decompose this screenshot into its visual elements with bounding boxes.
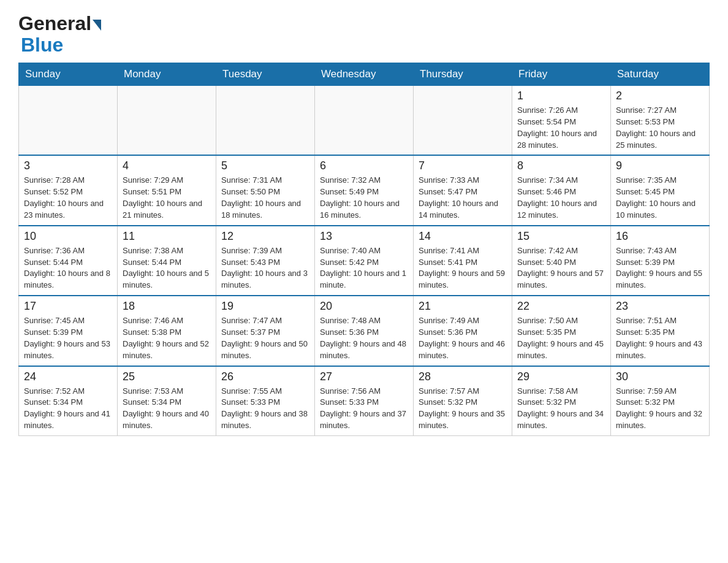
day-number: 28 — [419, 370, 507, 383]
day-number: 25 — [123, 370, 211, 383]
day-info: Sunrise: 7:58 AMSunset: 5:32 PMDaylight:… — [517, 386, 605, 432]
day-info: Sunrise: 7:38 AMSunset: 5:44 PMDaylight:… — [123, 245, 211, 291]
day-number: 9 — [616, 159, 704, 172]
day-info: Sunrise: 7:56 AMSunset: 5:33 PMDaylight:… — [320, 386, 408, 432]
weekday-header-thursday: Thursday — [414, 63, 512, 86]
calendar-cell: 23Sunrise: 7:51 AMSunset: 5:35 PMDayligh… — [611, 296, 710, 366]
calendar-cell: 30Sunrise: 7:59 AMSunset: 5:32 PMDayligh… — [611, 366, 710, 436]
calendar-cell: 29Sunrise: 7:58 AMSunset: 5:32 PMDayligh… — [512, 366, 611, 436]
day-number: 18 — [123, 300, 211, 313]
calendar-row-2: 3Sunrise: 7:28 AMSunset: 5:52 PMDaylight… — [19, 155, 710, 225]
calendar-cell: 9Sunrise: 7:35 AMSunset: 5:45 PMDaylight… — [611, 155, 710, 225]
weekday-header-saturday: Saturday — [611, 63, 710, 86]
day-number: 27 — [320, 370, 408, 383]
day-info: Sunrise: 7:41 AMSunset: 5:41 PMDaylight:… — [419, 245, 507, 291]
day-number: 7 — [419, 159, 507, 172]
day-info: Sunrise: 7:31 AMSunset: 5:50 PMDaylight:… — [221, 175, 309, 221]
day-info: Sunrise: 7:57 AMSunset: 5:32 PMDaylight:… — [419, 386, 507, 432]
day-number: 16 — [616, 230, 704, 243]
weekday-header-row: SundayMondayTuesdayWednesdayThursdayFrid… — [19, 63, 710, 86]
calendar-cell: 28Sunrise: 7:57 AMSunset: 5:32 PMDayligh… — [414, 366, 512, 436]
calendar-cell: 17Sunrise: 7:45 AMSunset: 5:39 PMDayligh… — [19, 296, 118, 366]
day-info: Sunrise: 7:45 AMSunset: 5:39 PMDaylight:… — [24, 315, 112, 361]
calendar-table: SundayMondayTuesdayWednesdayThursdayFrid… — [18, 63, 710, 436]
weekday-header-monday: Monday — [118, 63, 216, 86]
calendar-cell: 4Sunrise: 7:29 AMSunset: 5:51 PMDaylight… — [118, 155, 216, 225]
day-number: 6 — [320, 159, 408, 172]
calendar-cell: 2Sunrise: 7:27 AMSunset: 5:53 PMDaylight… — [611, 86, 710, 156]
day-info: Sunrise: 7:47 AMSunset: 5:37 PMDaylight:… — [221, 315, 309, 361]
day-number: 8 — [517, 159, 605, 172]
calendar-cell: 7Sunrise: 7:33 AMSunset: 5:47 PMDaylight… — [414, 155, 512, 225]
calendar-row-1: 1Sunrise: 7:26 AMSunset: 5:54 PMDaylight… — [19, 86, 710, 156]
day-number: 17 — [24, 300, 112, 313]
day-info: Sunrise: 7:42 AMSunset: 5:40 PMDaylight:… — [517, 245, 605, 291]
calendar-cell: 15Sunrise: 7:42 AMSunset: 5:40 PMDayligh… — [512, 226, 611, 296]
day-number: 20 — [320, 300, 408, 313]
day-info: Sunrise: 7:59 AMSunset: 5:32 PMDaylight:… — [616, 386, 704, 432]
calendar-cell: 26Sunrise: 7:55 AMSunset: 5:33 PMDayligh… — [216, 366, 315, 436]
calendar-cell: 19Sunrise: 7:47 AMSunset: 5:37 PMDayligh… — [216, 296, 315, 366]
calendar-cell: 20Sunrise: 7:48 AMSunset: 5:36 PMDayligh… — [315, 296, 414, 366]
calendar-cell: 10Sunrise: 7:36 AMSunset: 5:44 PMDayligh… — [19, 226, 118, 296]
calendar-cell — [315, 86, 414, 156]
day-info: Sunrise: 7:52 AMSunset: 5:34 PMDaylight:… — [24, 386, 112, 432]
calendar-cell: 24Sunrise: 7:52 AMSunset: 5:34 PMDayligh… — [19, 366, 118, 436]
calendar-cell — [118, 86, 216, 156]
day-info: Sunrise: 7:48 AMSunset: 5:36 PMDaylight:… — [320, 315, 408, 361]
logo-general: General — [18, 12, 91, 35]
day-number: 26 — [221, 370, 309, 383]
calendar-cell: 18Sunrise: 7:46 AMSunset: 5:38 PMDayligh… — [118, 296, 216, 366]
day-info: Sunrise: 7:32 AMSunset: 5:49 PMDaylight:… — [320, 175, 408, 221]
day-info: Sunrise: 7:33 AMSunset: 5:47 PMDaylight:… — [419, 175, 507, 221]
calendar-row-5: 24Sunrise: 7:52 AMSunset: 5:34 PMDayligh… — [19, 366, 710, 436]
day-info: Sunrise: 7:29 AMSunset: 5:51 PMDaylight:… — [123, 175, 211, 221]
day-number: 22 — [517, 300, 605, 313]
day-number: 29 — [517, 370, 605, 383]
calendar-cell: 8Sunrise: 7:34 AMSunset: 5:46 PMDaylight… — [512, 155, 611, 225]
day-number: 3 — [24, 159, 112, 172]
day-info: Sunrise: 7:34 AMSunset: 5:46 PMDaylight:… — [517, 175, 605, 221]
weekday-header-tuesday: Tuesday — [216, 63, 315, 86]
day-number: 30 — [616, 370, 704, 383]
day-info: Sunrise: 7:28 AMSunset: 5:52 PMDaylight:… — [24, 175, 112, 221]
calendar-row-3: 10Sunrise: 7:36 AMSunset: 5:44 PMDayligh… — [19, 226, 710, 296]
weekday-header-sunday: Sunday — [19, 63, 118, 86]
day-info: Sunrise: 7:49 AMSunset: 5:36 PMDaylight:… — [419, 315, 507, 361]
calendar-cell: 5Sunrise: 7:31 AMSunset: 5:50 PMDaylight… — [216, 155, 315, 225]
day-info: Sunrise: 7:53 AMSunset: 5:34 PMDaylight:… — [123, 386, 211, 432]
day-info: Sunrise: 7:35 AMSunset: 5:45 PMDaylight:… — [616, 175, 704, 221]
day-number: 13 — [320, 230, 408, 243]
day-info: Sunrise: 7:50 AMSunset: 5:35 PMDaylight:… — [517, 315, 605, 361]
day-info: Sunrise: 7:55 AMSunset: 5:33 PMDaylight:… — [221, 386, 309, 432]
calendar-cell: 6Sunrise: 7:32 AMSunset: 5:49 PMDaylight… — [315, 155, 414, 225]
day-number: 5 — [221, 159, 309, 172]
day-number: 2 — [616, 90, 704, 102]
day-info: Sunrise: 7:26 AMSunset: 5:54 PMDaylight:… — [517, 105, 605, 151]
day-info: Sunrise: 7:51 AMSunset: 5:35 PMDaylight:… — [616, 315, 704, 361]
day-number: 15 — [517, 230, 605, 243]
day-info: Sunrise: 7:27 AMSunset: 5:53 PMDaylight:… — [616, 105, 704, 151]
calendar-cell: 16Sunrise: 7:43 AMSunset: 5:39 PMDayligh… — [611, 226, 710, 296]
day-number: 21 — [419, 300, 507, 313]
day-number: 11 — [123, 230, 211, 243]
weekday-header-friday: Friday — [512, 63, 611, 86]
day-number: 12 — [221, 230, 309, 243]
logo-blue: Blue — [21, 34, 63, 56]
weekday-header-wednesday: Wednesday — [315, 63, 414, 86]
day-number: 10 — [24, 230, 112, 243]
calendar-cell: 3Sunrise: 7:28 AMSunset: 5:52 PMDaylight… — [19, 155, 118, 225]
calendar-cell: 12Sunrise: 7:39 AMSunset: 5:43 PMDayligh… — [216, 226, 315, 296]
day-info: Sunrise: 7:40 AMSunset: 5:42 PMDaylight:… — [320, 245, 408, 291]
day-info: Sunrise: 7:43 AMSunset: 5:39 PMDaylight:… — [616, 245, 704, 291]
calendar-cell: 21Sunrise: 7:49 AMSunset: 5:36 PMDayligh… — [414, 296, 512, 366]
calendar-cell: 14Sunrise: 7:41 AMSunset: 5:41 PMDayligh… — [414, 226, 512, 296]
calendar-cell: 1Sunrise: 7:26 AMSunset: 5:54 PMDaylight… — [512, 86, 611, 156]
day-number: 1 — [517, 90, 605, 102]
day-number: 24 — [24, 370, 112, 383]
calendar-cell — [216, 86, 315, 156]
calendar-cell — [19, 86, 118, 156]
logo: General Blue — [18, 12, 101, 56]
day-info: Sunrise: 7:36 AMSunset: 5:44 PMDaylight:… — [24, 245, 112, 291]
calendar-row-4: 17Sunrise: 7:45 AMSunset: 5:39 PMDayligh… — [19, 296, 710, 366]
